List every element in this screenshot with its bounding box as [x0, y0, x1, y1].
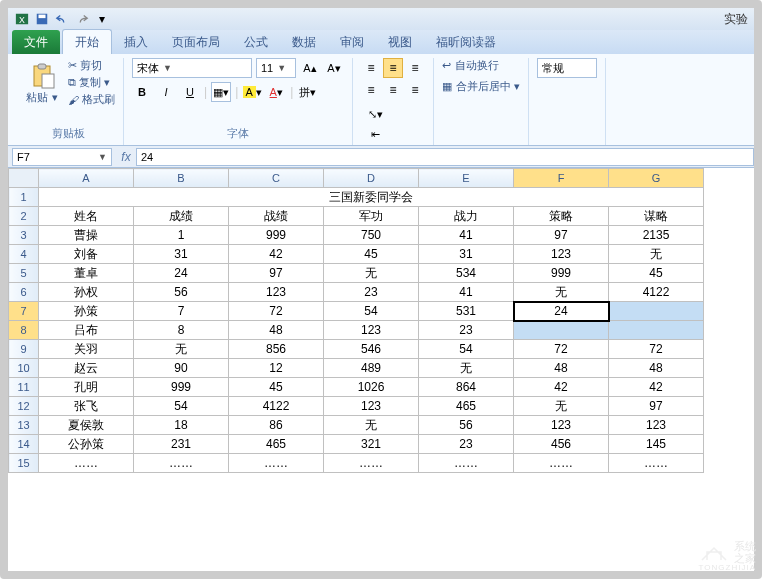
- data-cell[interactable]: 145: [609, 435, 704, 454]
- data-cell[interactable]: 48: [609, 359, 704, 378]
- data-cell[interactable]: 856: [229, 340, 324, 359]
- fx-button[interactable]: fx: [116, 150, 136, 164]
- data-cell[interactable]: 1026: [324, 378, 419, 397]
- tab-file[interactable]: 文件: [12, 30, 60, 54]
- data-cell[interactable]: 465: [419, 397, 514, 416]
- row-header[interactable]: 3: [9, 226, 39, 245]
- data-cell[interactable]: 999: [134, 378, 229, 397]
- data-cell[interactable]: 23: [324, 283, 419, 302]
- data-cell[interactable]: 123: [514, 245, 609, 264]
- orientation-button[interactable]: ⤡▾: [365, 104, 385, 124]
- underline-button[interactable]: U: [180, 82, 200, 102]
- row-header[interactable]: 9: [9, 340, 39, 359]
- data-cell[interactable]: 无: [324, 264, 419, 283]
- column-header[interactable]: F: [514, 169, 609, 188]
- data-cell[interactable]: 刘备: [39, 245, 134, 264]
- header-cell[interactable]: 成绩: [134, 207, 229, 226]
- data-cell[interactable]: 45: [609, 264, 704, 283]
- data-cell[interactable]: 321: [324, 435, 419, 454]
- row-header[interactable]: 10: [9, 359, 39, 378]
- row-header[interactable]: 2: [9, 207, 39, 226]
- header-cell[interactable]: 谋略: [609, 207, 704, 226]
- fill-color-button[interactable]: A▾: [242, 82, 262, 102]
- tab-insert[interactable]: 插入: [112, 30, 160, 54]
- data-cell[interactable]: 无: [514, 283, 609, 302]
- row-header[interactable]: 15: [9, 454, 39, 473]
- column-header[interactable]: D: [324, 169, 419, 188]
- align-middle-button[interactable]: ≡: [383, 58, 403, 78]
- data-cell[interactable]: 86: [229, 416, 324, 435]
- align-left-button[interactable]: ≡: [361, 80, 381, 100]
- redo-icon[interactable]: [74, 11, 90, 27]
- data-cell[interactable]: [609, 302, 704, 321]
- paste-button[interactable]: 粘贴 ▾: [22, 58, 62, 105]
- data-cell[interactable]: 8: [134, 321, 229, 340]
- row-header[interactable]: 8: [9, 321, 39, 340]
- row-header[interactable]: 11: [9, 378, 39, 397]
- data-cell[interactable]: 赵云: [39, 359, 134, 378]
- data-cell[interactable]: 孙策: [39, 302, 134, 321]
- data-cell[interactable]: 23: [419, 435, 514, 454]
- save-icon[interactable]: [34, 11, 50, 27]
- data-cell[interactable]: 42: [229, 245, 324, 264]
- data-cell[interactable]: 231: [134, 435, 229, 454]
- data-cell[interactable]: 31: [134, 245, 229, 264]
- data-cell[interactable]: ……: [514, 454, 609, 473]
- data-cell[interactable]: 90: [134, 359, 229, 378]
- name-box[interactable]: F7▼: [12, 148, 112, 166]
- data-cell[interactable]: 531: [419, 302, 514, 321]
- data-cell[interactable]: 123: [609, 416, 704, 435]
- data-cell[interactable]: 97: [229, 264, 324, 283]
- wrap-text-button[interactable]: ↩自动换行: [442, 58, 520, 73]
- tab-review[interactable]: 审阅: [328, 30, 376, 54]
- data-cell[interactable]: 999: [514, 264, 609, 283]
- tab-layout[interactable]: 页面布局: [160, 30, 232, 54]
- data-cell[interactable]: 56: [419, 416, 514, 435]
- data-cell[interactable]: 孔明: [39, 378, 134, 397]
- tab-data[interactable]: 数据: [280, 30, 328, 54]
- data-cell[interactable]: ……: [39, 454, 134, 473]
- data-cell[interactable]: 吕布: [39, 321, 134, 340]
- data-cell[interactable]: 72: [514, 340, 609, 359]
- data-cell[interactable]: 关羽: [39, 340, 134, 359]
- data-cell[interactable]: 董卓: [39, 264, 134, 283]
- data-cell[interactable]: ……: [609, 454, 704, 473]
- data-cell[interactable]: 23: [419, 321, 514, 340]
- row-header[interactable]: 13: [9, 416, 39, 435]
- italic-button[interactable]: I: [156, 82, 176, 102]
- worksheet-area[interactable]: ABCDEFG 1三国新委同学会2姓名成绩战绩军功战力策略谋略3曹操199975…: [8, 168, 754, 571]
- data-cell[interactable]: 97: [514, 226, 609, 245]
- row-header[interactable]: 12: [9, 397, 39, 416]
- align-center-button[interactable]: ≡: [383, 80, 403, 100]
- data-cell[interactable]: 465: [229, 435, 324, 454]
- data-cell[interactable]: 41: [419, 226, 514, 245]
- data-cell[interactable]: 45: [324, 245, 419, 264]
- data-cell[interactable]: 18: [134, 416, 229, 435]
- data-cell[interactable]: 54: [134, 397, 229, 416]
- row-header[interactable]: 1: [9, 188, 39, 207]
- header-cell[interactable]: 策略: [514, 207, 609, 226]
- tab-formulas[interactable]: 公式: [232, 30, 280, 54]
- data-cell[interactable]: 456: [514, 435, 609, 454]
- data-cell[interactable]: [514, 321, 609, 340]
- phonetic-button[interactable]: 拼▾: [297, 82, 317, 102]
- data-cell[interactable]: 无: [134, 340, 229, 359]
- data-cell[interactable]: ……: [229, 454, 324, 473]
- undo-icon[interactable]: [54, 11, 70, 27]
- data-cell[interactable]: 48: [229, 321, 324, 340]
- grow-font-button[interactable]: A▴: [300, 58, 320, 78]
- data-cell[interactable]: 无: [419, 359, 514, 378]
- data-cell[interactable]: ……: [324, 454, 419, 473]
- align-bottom-button[interactable]: ≡: [405, 58, 425, 78]
- data-cell[interactable]: 864: [419, 378, 514, 397]
- data-cell[interactable]: 42: [609, 378, 704, 397]
- format-painter-button[interactable]: 🖌格式刷: [68, 92, 115, 107]
- align-top-button[interactable]: ≡: [361, 58, 381, 78]
- data-cell[interactable]: 123: [514, 416, 609, 435]
- column-header[interactable]: B: [134, 169, 229, 188]
- data-cell[interactable]: 1: [134, 226, 229, 245]
- decrease-indent-button[interactable]: ⇤: [365, 124, 385, 144]
- data-cell[interactable]: 56: [134, 283, 229, 302]
- header-cell[interactable]: 战绩: [229, 207, 324, 226]
- header-cell[interactable]: 军功: [324, 207, 419, 226]
